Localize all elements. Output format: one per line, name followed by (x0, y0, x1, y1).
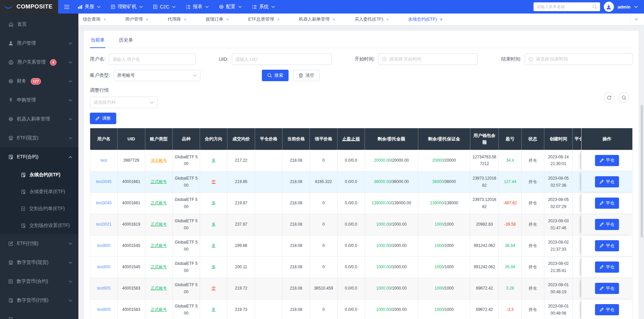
sidebar-item[interactable]: 数字货币(合约) (0, 272, 78, 291)
close-price-cell (255, 192, 282, 214)
top-nav-item[interactable]: 系统 (252, 4, 275, 10)
sidebar-item[interactable]: 申购管理 (0, 91, 78, 110)
panel-tab[interactable]: 历史单 (118, 36, 134, 48)
sidebar-item[interactable]: 用户关系管理 4 (0, 53, 78, 72)
top-nav-item[interactable]: 报表 (186, 4, 209, 10)
chevron-icon (69, 80, 72, 83)
page-tab[interactable]: 用户管理 × (125, 16, 149, 22)
sql-file-icon (8, 155, 13, 159)
refresh-button[interactable] (604, 92, 614, 103)
created-time-cell: 2023-08-14 21:30:01 (544, 150, 572, 171)
page-tab[interactable]: ETF总类管理 × (248, 16, 279, 22)
close-time-cell (573, 214, 581, 235)
sidebar-item[interactable]: 数字货币(现货) (0, 253, 78, 272)
close-position-button[interactable]: 平仓 (595, 198, 619, 209)
clock-icon (382, 57, 387, 62)
currency-select[interactable]: 请选择币种 (90, 97, 157, 108)
sidebar-item[interactable]: ETF(现货) (0, 129, 78, 147)
sidebar-item[interactable]: 交割合约单(ETF) (0, 200, 78, 217)
adjust-button[interactable]: 调整 (90, 113, 116, 124)
clear-button[interactable]: 清空 (293, 70, 320, 81)
username-link[interactable]: test3045 (96, 201, 112, 205)
username-link[interactable]: test3021 (96, 222, 112, 227)
start-time-picker[interactable]: 请选择 开始时间 (378, 53, 478, 65)
close-position-button[interactable]: 平仓 (595, 219, 619, 230)
sidebar-item[interactable]: 数字货币(行情) (0, 291, 78, 310)
page-tab[interactable]: 机器人刷单管理 × (299, 16, 336, 22)
search-button[interactable]: 搜索 (262, 70, 289, 81)
close-position-button[interactable]: 平仓 (595, 176, 619, 187)
close-position-button[interactable]: 平仓 (595, 155, 619, 166)
page-tab[interactable]: 综合查询 × (83, 16, 106, 22)
username-input[interactable] (109, 53, 196, 65)
close-tab-icon[interactable]: × (333, 17, 336, 22)
username-link[interactable]: test (100, 158, 107, 163)
account-type-cell: 正式账号 (151, 286, 167, 291)
uid-input[interactable] (232, 53, 331, 65)
username-link[interactable]: test905 (97, 286, 110, 291)
close-position-button[interactable]: 平仓 (595, 283, 619, 294)
account-type-cell: 演示账号 (151, 158, 167, 163)
close-tab-icon[interactable]: × (146, 17, 149, 22)
pnl-cell: -39.58 (504, 222, 516, 227)
tp-sl-cell: 0.0/0.0 (337, 278, 365, 299)
sidebar-item[interactable] (0, 310, 78, 319)
moon-logo-icon (3, 3, 14, 11)
sidebar-item[interactable]: 用户管理 (0, 34, 78, 53)
username-link[interactable]: test800 (97, 243, 110, 248)
close-position-button[interactable]: 平仓 (595, 240, 619, 251)
table-row: test3045 40001661 正式账号 GlobalETF 500 空 2… (90, 171, 633, 192)
edit-icon (599, 307, 604, 312)
page-tab[interactable]: 提现订单 × (206, 16, 229, 22)
sidebar-item[interactable]: 永续委托单(ETF) (0, 183, 78, 200)
close-tab-icon[interactable]: × (386, 17, 389, 22)
table-search-button[interactable] (619, 92, 629, 103)
sidebar-item[interactable]: 永续合约(ETF) (0, 166, 78, 183)
chevron-down-icon (172, 6, 176, 8)
close-position-button[interactable]: 平仓 (595, 304, 619, 315)
page-tab[interactable]: 永续合约(ETF) × (408, 16, 443, 22)
close-position-button[interactable]: 平仓 (595, 261, 619, 273)
page-tab[interactable]: 代理商 × (168, 16, 187, 22)
account-type-select[interactable]: 所有账号 (114, 70, 200, 81)
username-link[interactable]: test905 (97, 307, 110, 312)
edit-icon (599, 180, 604, 184)
avatar[interactable] (604, 2, 614, 12)
username-link[interactable]: test3045 (96, 179, 112, 184)
page-tab[interactable]: 买入委托(ETF) × (354, 16, 389, 22)
close-price-cell (255, 256, 282, 278)
search-icon[interactable] (592, 4, 597, 9)
brand-title: COMPOSITE (17, 3, 53, 10)
close-tab-icon[interactable]: × (103, 17, 106, 22)
page-scrollbar[interactable] (641, 105, 643, 237)
end-time-picker[interactable]: 请选择 结束时间 (525, 53, 633, 65)
sidebar-item[interactable]: 交割场控设置(ETF) (0, 217, 78, 234)
pnl-cell: -497.62 (503, 201, 517, 205)
amount-cell: 1000.00/1000.00 (365, 235, 418, 256)
menu-search-box[interactable] (534, 2, 600, 11)
sidebar-item[interactable]: ETF(行情) (0, 234, 78, 253)
pnl-cell: 3.28 (506, 286, 514, 291)
username-label[interactable]: admin (618, 4, 630, 9)
sidebar-item[interactable]: ETF(合约) (0, 147, 78, 166)
sidebar-item[interactable]: 首页 (0, 15, 78, 34)
current-price-cell: 218.08 (282, 214, 310, 235)
tab-list-dropdown-button[interactable] (630, 14, 642, 25)
user-menu-chevron-icon[interactable] (634, 6, 638, 8)
close-tab-icon[interactable]: × (184, 17, 187, 22)
sidebar-item[interactable]: 机器人刷单管理 (0, 110, 78, 129)
menu-search-input[interactable] (537, 4, 592, 9)
top-nav-item[interactable]: 配置 (219, 4, 242, 10)
top-nav-item[interactable]: C2C (153, 4, 176, 9)
close-tab-icon[interactable]: × (226, 17, 229, 22)
uid-cell: 3987729 (118, 150, 145, 171)
top-nav-item[interactable]: 理财矿机 (111, 4, 143, 10)
current-price-cell: 218.08 (282, 192, 310, 214)
close-tab-icon[interactable]: × (440, 17, 443, 22)
top-nav-item[interactable]: 美股 (78, 4, 101, 10)
sidebar-item[interactable]: 财务 127 (0, 72, 78, 91)
close-tab-icon[interactable]: × (277, 17, 280, 22)
hamburger-menu-icon[interactable] (64, 5, 70, 9)
panel-tab[interactable]: 当前单 (90, 36, 105, 48)
username-link[interactable]: test800 (97, 265, 110, 269)
